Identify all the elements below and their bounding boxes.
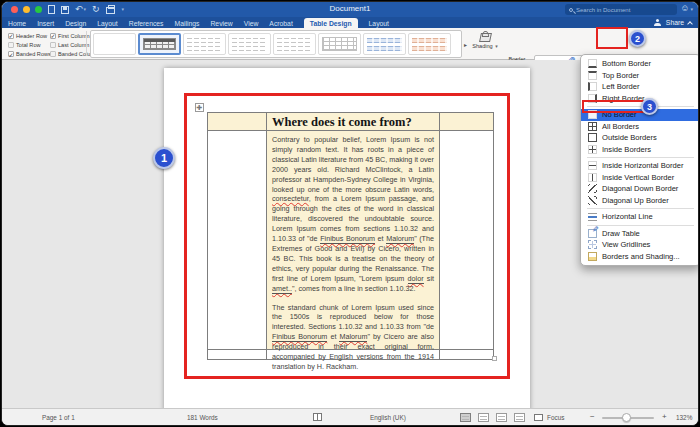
callout-badge-3: 3	[641, 98, 658, 115]
checkbox-unchecked-icon[interactable]	[50, 51, 56, 57]
menu-item-inside-vertical-border[interactable]: Inside Vertical Border	[581, 172, 699, 184]
table-style-grid-light[interactable]	[318, 33, 361, 55]
spellcheck-word: Malorum	[339, 332, 367, 342]
table-cell[interactable]	[267, 350, 440, 359]
menu-separator	[587, 157, 694, 158]
menu-item-horizontal-line[interactable]: Horizontal Line	[581, 211, 699, 223]
menu-item-borders-and-shading[interactable]: Borders and Shading...	[581, 251, 699, 263]
table-style-preview	[367, 37, 402, 51]
section-heading: Where does it come from?	[267, 113, 439, 130]
tab-mailings[interactable]: Mailings	[175, 19, 200, 28]
zoom-percentage[interactable]: 132%	[676, 414, 692, 421]
share-button[interactable]: Share	[666, 19, 684, 26]
callout-badge-1: 1	[153, 147, 175, 169]
print-layout-view-icon[interactable]	[460, 413, 471, 422]
table-cell[interactable]	[440, 131, 493, 350]
menu-item-all-borders[interactable]: All Borders	[581, 121, 699, 133]
table-style-plain-rows-2[interactable]	[228, 33, 271, 55]
focus-toggle[interactable]: Focus	[547, 414, 564, 421]
tab-layout[interactable]: Layout	[97, 19, 117, 28]
menu-item-left-border[interactable]: Left Border	[581, 81, 699, 93]
gallery-scroll-icon[interactable]: ▸	[464, 41, 467, 48]
draft-view-icon[interactable]	[514, 413, 525, 422]
tab-design[interactable]: Design	[65, 19, 86, 28]
table-cell[interactable]	[440, 113, 493, 131]
menu-item-label: Top Border	[602, 71, 639, 80]
tab-view[interactable]: View	[244, 19, 259, 28]
page-indicator[interactable]: Page 1 of 1	[42, 414, 75, 421]
option-header-row[interactable]: ✓Header Row	[8, 31, 48, 40]
option-total-row[interactable]: Total Row	[8, 40, 48, 49]
menu-item-outside-borders[interactable]: Outside Borders	[581, 132, 699, 144]
shading-bucket-icon	[479, 31, 491, 41]
search-input[interactable]: Search in Document	[565, 4, 677, 15]
option-label: First Column	[58, 33, 90, 39]
tab-references[interactable]: References	[129, 19, 164, 28]
web-layout-view-icon[interactable]	[478, 413, 489, 422]
checkbox-checked-icon[interactable]: ✓	[8, 51, 14, 57]
checkbox-checked-icon[interactable]: ✓	[50, 33, 56, 39]
outline-view-icon[interactable]	[496, 413, 507, 422]
menu-item-label: Diagonal Up Border	[602, 196, 669, 205]
table-cell-body[interactable]: Contrary to popular belief, Lorem Ipsum …	[267, 131, 440, 350]
table-styles-gallery	[90, 30, 462, 58]
spellcheck-word: Finibus Bonorum	[320, 234, 375, 244]
table-cell-heading[interactable]: Where does it come from?	[267, 113, 440, 131]
checkbox-unchecked-icon[interactable]	[8, 42, 14, 48]
share-person-icon	[654, 19, 662, 26]
menu-item-diagonal-down-border[interactable]: Diagonal Down Border	[581, 183, 699, 195]
menu-item-right-border[interactable]: Right Border	[581, 93, 699, 105]
menu-item-no-border[interactable]: No Border	[581, 109, 699, 121]
checkbox-checked-icon[interactable]: ✓	[8, 33, 14, 39]
option-banded-rows[interactable]: ✓Banded Rows	[8, 50, 48, 59]
language-indicator[interactable]: English (UK)	[370, 414, 406, 421]
document-table[interactable]: Where does it come from? Contrary to pop…	[207, 112, 494, 360]
shading-button[interactable]: Shading ▾	[470, 31, 500, 50]
menu-item-inside-borders[interactable]: Inside Borders	[581, 144, 699, 156]
menu-item-top-border[interactable]: Top Border	[581, 70, 699, 82]
menu-item-label: Horizontal Line	[602, 212, 653, 221]
table-style-orange-accent[interactable]	[408, 33, 451, 55]
menu-item-draw-table[interactable]: Draw Table	[581, 228, 699, 240]
table-cell[interactable]	[208, 113, 267, 131]
word-count[interactable]: 181 Words	[187, 414, 218, 421]
table-cell[interactable]	[440, 350, 493, 359]
menu-item-diagonal-up-border[interactable]: Diagonal Up Border	[581, 195, 699, 207]
b-right-icon	[588, 94, 597, 103]
collapse-ribbon-icon[interactable]	[687, 21, 693, 27]
menu-item-label: Inside Horizontal Border	[602, 161, 683, 170]
tab-home[interactable]: Home	[8, 19, 26, 28]
menu-item-label: Outside Borders	[602, 133, 657, 142]
menu-item-bottom-border[interactable]: Bottom Border	[581, 58, 699, 70]
table-move-handle[interactable]: ✚	[195, 103, 204, 112]
checkbox-unchecked-icon[interactable]	[50, 42, 56, 48]
menu-item-view-gridlines[interactable]: View Gridlines	[581, 239, 699, 251]
tab-table-design[interactable]: Table Design	[304, 18, 358, 28]
table-style-blue-accent[interactable]	[363, 33, 406, 55]
bshade-icon	[588, 252, 597, 261]
b-top-icon	[588, 71, 597, 80]
tab-layout[interactable]: Layout	[369, 19, 389, 28]
feedback-smiley-icon[interactable]: ☺▾	[680, 3, 693, 13]
table-style-plain-rows-1[interactable]	[183, 33, 226, 55]
zoom-in-button[interactable]: +	[662, 412, 667, 421]
menu-item-inside-horizontal-border[interactable]: Inside Horizontal Border	[581, 160, 699, 172]
zoom-slider-knob[interactable]	[622, 413, 631, 422]
menu-item-label: Draw Table	[602, 229, 640, 238]
table-cell[interactable]	[208, 131, 267, 350]
tab-insert[interactable]: Insert	[37, 19, 54, 28]
tab-review[interactable]: Review	[210, 19, 232, 28]
table-style-plain[interactable]	[93, 33, 136, 55]
table-style-preview	[277, 37, 312, 51]
proofing-icon[interactable]	[313, 413, 322, 421]
table-resize-handle[interactable]	[492, 356, 497, 361]
table-style-plain-rows-3[interactable]	[273, 33, 316, 55]
text-run: et	[327, 332, 339, 341]
tab-acrobat[interactable]: Acrobat	[269, 19, 292, 28]
table-style-grid-table[interactable]	[138, 33, 181, 55]
ribbon-tabs: HomeInsertDesignLayoutReferencesMailings…	[8, 17, 389, 28]
menu-item-label: Inside Borders	[602, 145, 651, 154]
b-all-icon	[588, 122, 597, 131]
zoom-out-button[interactable]: −	[590, 412, 595, 421]
table-cell[interactable]	[208, 350, 267, 359]
